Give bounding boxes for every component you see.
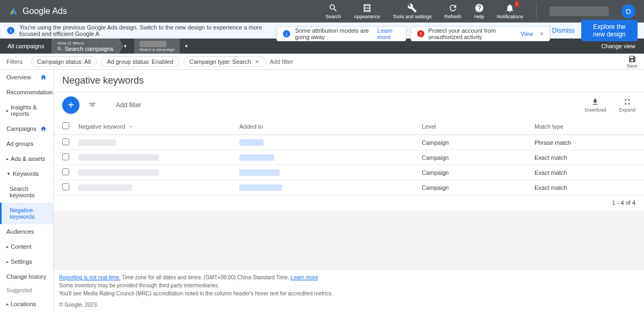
select-all-checkbox[interactable] <box>62 122 69 129</box>
keywords-table: Negative keyword Added to Level Match ty… <box>54 118 644 312</box>
chevron-down-icon[interactable]: ▼ <box>184 44 188 49</box>
main-layout: OverviewRecommendations▸Insights & repor… <box>0 70 644 312</box>
pagination-label: 1 - 4 of 4 <box>54 195 644 210</box>
search-icon <box>328 3 338 13</box>
info-banner: You're using the previous Google Ads des… <box>0 23 644 39</box>
search-button[interactable]: Search <box>326 3 341 19</box>
row-checkbox[interactable] <box>62 168 69 175</box>
save-button[interactable]: Save <box>626 55 638 69</box>
row-checkbox[interactable] <box>62 183 69 190</box>
view-link[interactable]: View <box>521 31 533 37</box>
divider <box>536 3 537 19</box>
security-alert-chip: Protect your account from unauthorized a… <box>411 26 550 41</box>
row-checkbox[interactable] <box>62 153 69 160</box>
level-cell: Campaign <box>422 139 535 146</box>
expand-button[interactable]: Expand <box>619 98 635 113</box>
sidebar-item[interactable]: Recommendations <box>0 85 53 100</box>
explore-design-button[interactable]: Explore the new design <box>581 20 638 41</box>
added-to-cell <box>239 139 264 146</box>
level-cell: Campaign <box>422 184 535 191</box>
level-cell: Campaign <box>422 154 535 161</box>
search-icon <box>57 46 62 51</box>
added-to-cell <box>239 169 280 176</box>
row-checkbox[interactable] <box>62 138 69 145</box>
attribution-alert-chip: Some attribution models are going away L… <box>276 26 406 41</box>
learn-more-link[interactable]: Learn more <box>377 27 400 40</box>
breadcrumb-search-campaigns[interactable]: View (3 filters) Search campaigns <box>52 39 119 54</box>
table-row[interactable]: CampaignExact match <box>54 180 644 195</box>
account-selector[interactable] <box>550 6 609 16</box>
sidebar-item[interactable]: ▸Insights & reports <box>0 100 53 121</box>
wrench-icon <box>407 3 417 13</box>
refresh-button[interactable]: Refresh <box>444 3 462 19</box>
expand-icon <box>623 98 632 106</box>
suggested-header: Suggested <box>0 284 53 296</box>
add-keyword-button[interactable]: + <box>62 96 79 114</box>
filter-chip[interactable]: Ad group status: Enabled <box>101 56 179 67</box>
sidebar-item[interactable]: Negative keywords <box>0 203 53 224</box>
product-name: Google Ads <box>23 6 67 16</box>
col-match-header[interactable]: Match type <box>535 123 635 130</box>
keyword-cell <box>78 169 159 176</box>
info-icon <box>6 26 15 35</box>
close-icon[interactable] <box>539 30 544 38</box>
logo[interactable]: Google Ads <box>9 6 67 16</box>
filter-icon[interactable] <box>88 101 97 109</box>
filters-label: Filters <box>6 58 23 65</box>
change-view-button[interactable]: Change view <box>592 43 644 49</box>
appearance-button[interactable]: Appearance <box>354 3 380 19</box>
sidebar-item[interactable]: ▸Locations <box>0 296 53 311</box>
header-actions: Search Appearance Tools and settings Ref… <box>326 3 635 19</box>
add-filter-button[interactable]: Add filter <box>270 58 293 65</box>
learn-more-link[interactable]: Learn more <box>291 274 318 280</box>
added-to-cell <box>239 184 282 191</box>
close-icon[interactable] <box>254 59 260 64</box>
match-type-cell: Phrase match <box>535 139 635 146</box>
download-button[interactable]: Download <box>584 98 606 113</box>
notification-badge: ! <box>515 1 519 7</box>
sidebar-item[interactable]: Change history <box>0 269 53 284</box>
col-keyword-header[interactable]: Negative keyword <box>78 123 125 130</box>
table-row[interactable]: CampaignExact match <box>54 165 644 180</box>
sidebar-item[interactable]: Search keywords <box>0 181 53 203</box>
reporting-link[interactable]: Reporting is not real-time. <box>59 274 121 280</box>
warning-icon <box>416 29 425 38</box>
refresh-icon <box>448 3 458 13</box>
sidebar-item[interactable]: ▸Settings <box>0 254 53 269</box>
notifications-button[interactable]: ! Notifications <box>497 3 523 19</box>
sidebar-item[interactable]: ▼Keywords <box>0 166 53 181</box>
dismiss-button[interactable]: Dismiss <box>552 27 575 34</box>
col-added-header[interactable]: Added to <box>239 123 422 130</box>
bell-icon <box>505 3 515 13</box>
keyword-cell <box>78 184 132 191</box>
sidebar-item[interactable]: Audiences <box>0 224 53 239</box>
info-icon <box>282 29 291 38</box>
col-level-header[interactable]: Level <box>422 123 535 130</box>
sort-ascending-icon[interactable] <box>128 124 134 129</box>
breadcrumb-campaign[interactable]: Select a campaign <box>134 39 180 54</box>
sidebar-item[interactable]: ▸Ads & assets <box>0 151 53 166</box>
sidebar-item[interactable]: Campaigns <box>0 121 53 136</box>
content-area: Negative keywords + Add filter Download … <box>54 70 644 312</box>
chevron-down-icon[interactable]: ▼ <box>123 44 128 49</box>
match-type-cell: Exact match <box>535 184 635 191</box>
google-ads-logo-icon <box>9 6 18 16</box>
tools-button[interactable]: Tools and settings <box>393 3 431 19</box>
filter-chip[interactable]: Campaign type: Search <box>184 56 266 67</box>
table-row[interactable]: CampaignExact match <box>54 150 644 165</box>
toolbar-add-filter[interactable]: Add filter <box>116 101 141 109</box>
download-icon <box>591 98 599 106</box>
page-title: Negative keywords <box>54 70 644 92</box>
sidebar-item[interactable]: ▸Content <box>0 239 53 254</box>
sidebar-item[interactable]: Ad groups <box>0 136 53 151</box>
top-header: Google Ads Search Appearance Tools and s… <box>0 0 644 23</box>
avatar[interactable]: D <box>621 4 635 18</box>
table-row[interactable]: CampaignPhrase match <box>54 135 644 150</box>
banner-message: You're using the previous Google Ads des… <box>19 24 274 37</box>
help-icon <box>474 3 484 13</box>
table-toolbar: + Add filter Download Expand <box>54 92 644 118</box>
sidebar-item[interactable]: Overview <box>0 70 53 85</box>
all-campaigns-link[interactable]: All campaigns <box>0 39 52 54</box>
filter-chip[interactable]: Campaign status: All <box>31 56 97 67</box>
help-button[interactable]: Help <box>474 3 484 19</box>
